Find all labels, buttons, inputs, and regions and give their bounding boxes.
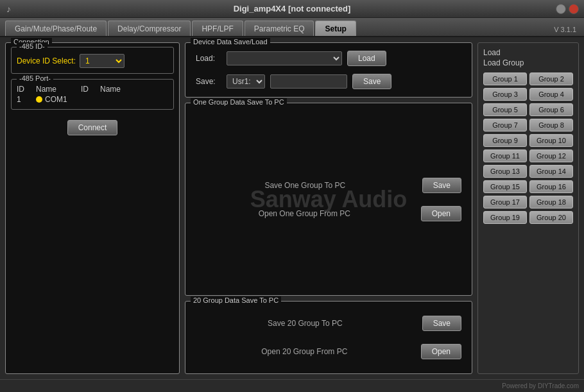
save-button[interactable]: Save [352, 74, 391, 89]
group-btn-7[interactable]: Group 7 [483, 119, 527, 132]
group-btn-19[interactable]: Group 19 [483, 211, 527, 224]
device-save-title: Device Data Save/Load [191, 38, 270, 46]
load-panel-title: Load [483, 48, 573, 57]
device-id-row: Device ID Select: 1 2 3 4 [17, 54, 168, 68]
col-name2: Name [100, 85, 145, 94]
main-content: Connection -485 ID- Device ID Select: 1 … [0, 37, 584, 379]
id485-title: -485 ID- [17, 42, 47, 50]
group-btn-17[interactable]: Group 17 [483, 196, 527, 209]
group-buttons-grid: Group 1Group 2Group 3Group 4Group 5Group… [483, 72, 573, 224]
open-twenty-row: Open 20 Group From PC Open [196, 344, 461, 359]
load-row: Load: Load [196, 51, 461, 66]
open-twenty-label: Open 20 Group From PC [196, 347, 413, 356]
open-one-label: Open One Group From PC [196, 209, 413, 218]
save-row: Save: Usr1: Usr2: Usr3: Save [196, 74, 461, 89]
tab-setup[interactable]: Setup [315, 21, 356, 36]
group-btn-3[interactable]: Group 3 [483, 88, 527, 101]
title-bar: ♪ Digi_amp4X4 [not connected] [0, 0, 584, 18]
port-header: ID Name ID Name [17, 83, 168, 95]
port-name1: COM1 [45, 95, 67, 104]
tab-bar: Gain/Mute/Phase/Route Delay/Compressor H… [0, 18, 584, 37]
twenty-group-box: 20 Group Data Save To PC Save 20 Group T… [185, 301, 472, 374]
port-status: COM1 [36, 95, 81, 104]
group-btn-6[interactable]: Group 6 [529, 103, 573, 116]
app-icon: ♪ [6, 4, 11, 14]
center-panel: Device Data Save/Load Load: Load Save: U… [185, 42, 472, 374]
group-btn-10[interactable]: Group 10 [529, 134, 573, 147]
col-id1: ID [17, 85, 36, 94]
group-btn-12[interactable]: Group 12 [529, 149, 573, 162]
save-one-label: Save One Group To PC [196, 181, 415, 190]
open-one-row: Open One Group From PC Open [196, 206, 461, 221]
minimize-button[interactable] [556, 4, 566, 14]
version-label: V 3.1.1 [554, 26, 579, 36]
group-btn-15[interactable]: Group 15 [483, 180, 527, 193]
device-id-label: Device ID Select: [17, 56, 76, 65]
id485-group: -485 ID- Device ID Select: 1 2 3 4 [11, 47, 174, 74]
save-twenty-row: Save 20 Group To PC Save [196, 316, 461, 331]
close-button[interactable] [569, 4, 579, 14]
device-save-box: Device Data Save/Load Load: Load Save: U… [185, 42, 472, 98]
group-btn-2[interactable]: Group 2 [529, 72, 573, 85]
save-one-button[interactable]: Save [422, 178, 461, 193]
port-id1: 1 [17, 95, 36, 104]
connect-btn-area: Connect [11, 120, 174, 135]
tab-delay[interactable]: Delay/Compressor [108, 21, 191, 36]
group-btn-13[interactable]: Group 13 [483, 165, 527, 178]
footer: Powered by DIYTrade.com [0, 379, 584, 392]
tab-gain-mute[interactable]: Gain/Mute/Phase/Route [5, 21, 107, 36]
tab-parametric[interactable]: Parametric EQ [245, 21, 314, 36]
footer-text: Powered by DIYTrade.com [502, 382, 579, 389]
group-btn-1[interactable]: Group 1 [483, 72, 527, 85]
group-btn-9[interactable]: Group 9 [483, 134, 527, 147]
one-group-title: One Group Data Save To PC [191, 98, 287, 106]
open-twenty-button[interactable]: Open [421, 344, 461, 359]
group-btn-14[interactable]: Group 14 [529, 165, 573, 178]
load-group-label: Load Group [483, 58, 573, 67]
group-btn-8[interactable]: Group 8 [529, 119, 573, 132]
open-one-button[interactable]: Open [421, 206, 461, 221]
tab-hpf[interactable]: HPF/LPF [192, 21, 243, 36]
device-id-select[interactable]: 1 2 3 4 [80, 54, 125, 68]
save-twenty-label: Save 20 Group To PC [196, 319, 415, 328]
group-btn-16[interactable]: Group 16 [529, 180, 573, 193]
right-panel: Load Load Group Group 1Group 2Group 3Gro… [477, 42, 579, 374]
group-btn-11[interactable]: Group 11 [483, 149, 527, 162]
window-controls [556, 4, 579, 14]
group-btn-18[interactable]: Group 18 [529, 196, 573, 209]
load-dropdown[interactable] [227, 51, 342, 65]
load-button[interactable]: Load [347, 51, 386, 66]
port485-group: -485 Port- ID Name ID Name 1 COM1 [11, 79, 174, 110]
save-one-row: Save One Group To PC Save [196, 178, 461, 193]
one-group-box: One Group Data Save To PC Sanway Audio S… [185, 103, 472, 296]
window-title: Digi_amp4X4 [not connected] [234, 4, 351, 13]
group-btn-5[interactable]: Group 5 [483, 103, 527, 116]
left-panel: Connection -485 ID- Device ID Select: 1 … [5, 42, 180, 374]
connection-box: Connection -485 ID- Device ID Select: 1 … [5, 42, 180, 374]
load-label: Load: [196, 54, 221, 63]
status-dot [36, 96, 42, 103]
col-name1: Name [36, 85, 81, 94]
connect-button[interactable]: Connect [67, 120, 118, 135]
col-id2: ID [81, 85, 100, 94]
save-name-input[interactable] [270, 74, 347, 89]
save-preset-dropdown[interactable]: Usr1: Usr2: Usr3: [227, 74, 265, 89]
group-btn-4[interactable]: Group 4 [529, 88, 573, 101]
group-btn-20[interactable]: Group 20 [529, 211, 573, 224]
port-row: 1 COM1 [17, 95, 168, 104]
save-label: Save: [196, 77, 221, 86]
twenty-group-title: 20 Group Data Save To PC [191, 296, 281, 304]
save-twenty-button[interactable]: Save [422, 316, 461, 331]
port485-title: -485 Port- [17, 74, 53, 82]
